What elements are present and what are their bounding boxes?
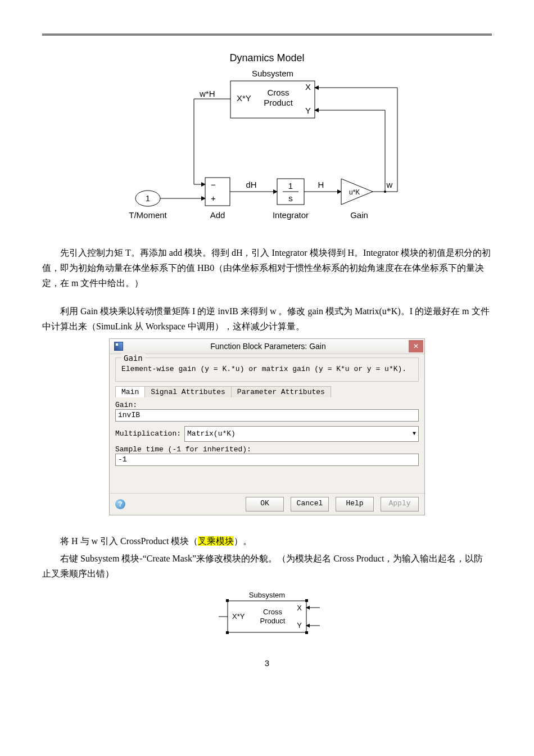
highlight-text: 叉乘模块	[198, 536, 234, 546]
int-label: Integrator	[273, 210, 309, 220]
cross-text-2: Product	[264, 98, 293, 107]
paragraph-3: 将 H 与 w 引入 CrossProduct 模块（叉乘模块）。	[42, 533, 492, 549]
svg-rect-22	[305, 631, 308, 634]
int-top: 1	[288, 181, 293, 191]
page-number: 3	[42, 658, 492, 668]
paragraph-1: 先引入控制力矩 T。再添加 add 模块。得到 dH，引入 Integrator…	[42, 245, 492, 291]
svg-rect-19	[226, 599, 229, 602]
dynamics-model-diagram: Subsystem X*Y Cross Product X Y w*H 1 T/…	[121, 66, 413, 235]
cross-in-x: X	[305, 82, 311, 92]
small-in-x: X	[297, 604, 302, 612]
chevron-down-icon: ▼	[413, 431, 416, 437]
dialog-title: Function Block Parameters: Gain	[128, 342, 409, 351]
H-label: H	[318, 180, 324, 189]
cross-text-1: Cross	[267, 88, 289, 97]
svg-rect-20	[305, 599, 308, 602]
port-1-num: 1	[146, 193, 150, 203]
sample-time-label: Sample time (-1 for inherited):	[115, 445, 419, 454]
cancel-button[interactable]: Cancel	[291, 497, 329, 511]
tab-main[interactable]: Main	[115, 386, 145, 397]
tab-signal-attributes[interactable]: Signal Attributes	[144, 386, 232, 397]
group-title: Gain	[121, 354, 145, 363]
close-icon[interactable]: ✕	[409, 340, 423, 352]
diagram-title: Dynamics Model	[42, 52, 492, 64]
subsystem-label-2: Subsystem	[249, 591, 285, 599]
port-1-label: T/Moment	[129, 210, 167, 220]
ok-button[interactable]: OK	[246, 497, 284, 511]
header-rule	[42, 34, 492, 35]
multiplication-value: Matrix(u*K)	[187, 429, 236, 438]
small-text-2: Product	[260, 617, 286, 625]
multiplication-label: Multiplication:	[115, 429, 181, 438]
small-out: X*Y	[232, 612, 245, 621]
multiplication-select[interactable]: Matrix(u*K) ▼	[184, 426, 419, 442]
sample-time-input[interactable]	[115, 454, 419, 466]
subsystem-small-diagram: Subsystem X*Y Cross Product X Y	[211, 591, 323, 641]
dH-label: dH	[246, 180, 256, 189]
small-in-y: Y	[297, 621, 302, 630]
int-bot: s	[288, 193, 293, 203]
gain-field-label: Gain:	[115, 401, 419, 409]
add-plus: +	[211, 193, 216, 203]
group-description: Element-wise gain (y = K.*u) or matrix g…	[121, 365, 413, 373]
gain-label: Gain	[350, 210, 368, 220]
simulink-icon	[114, 342, 123, 351]
gain-input[interactable]	[115, 409, 419, 422]
small-text-1: Cross	[263, 608, 282, 616]
add-minus: −	[211, 180, 216, 189]
wH-label: w*H	[199, 89, 215, 98]
subsystem-label: Subsystem	[252, 69, 293, 78]
gain-text: u*K	[349, 188, 360, 196]
add-label: Add	[210, 210, 225, 220]
w-label: w	[386, 180, 393, 189]
apply-button[interactable]: Apply	[381, 497, 419, 511]
paragraph-4: 右键 Subsystem 模块-“Create Mask”来修改模块的外貌。（为…	[42, 551, 492, 581]
tab-parameter-attributes[interactable]: Parameter Attributes	[231, 386, 331, 397]
help-icon[interactable]: ?	[115, 499, 125, 509]
help-button[interactable]: Help	[336, 497, 374, 511]
svg-rect-21	[226, 631, 229, 634]
cross-in-y: Y	[305, 106, 311, 115]
svg-rect-8	[205, 178, 230, 206]
gain-dialog: Function Block Parameters: Gain ✕ Gain E…	[109, 338, 425, 515]
paragraph-2: 利用 Gain 模块乘以转动惯量矩阵 I 的逆 invIB 来得到 w 。修改 …	[42, 304, 492, 334]
cross-xy: X*Y	[237, 93, 251, 103]
